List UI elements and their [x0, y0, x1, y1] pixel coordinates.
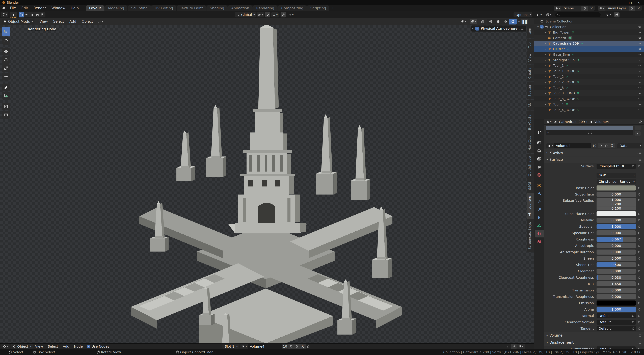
outliner-item-name[interactable]: Tour_1_ROOF [553, 69, 575, 73]
eye-closed-icon[interactable] [638, 86, 642, 90]
outliner-item-name[interactable]: Camera [553, 36, 566, 40]
shader-menu-add[interactable]: Add [60, 344, 72, 348]
material-name-field[interactable]: Volume4 [248, 344, 282, 349]
property-link-field[interactable]: Default [596, 346, 636, 349]
disclosure-icon[interactable]: ▸ [543, 86, 548, 89]
disclosure-icon[interactable]: ▸ [543, 75, 548, 78]
animate-decorator[interactable] [636, 321, 642, 323]
color-swatch[interactable] [596, 211, 636, 216]
material-name-field[interactable]: Volume4 [554, 144, 591, 148]
property-slider[interactable]: 0.000 [596, 192, 636, 197]
shader-menu-node[interactable]: Node [72, 344, 85, 348]
disclosure-icon[interactable]: ▸ [543, 36, 548, 40]
properties-tab-physics[interactable] [535, 206, 544, 213]
vector-field-stack[interactable]: 1.0000.2000.100 [596, 198, 636, 210]
sidebar-tab-quickshape[interactable]: QuickShape [526, 154, 534, 179]
outliner-row-tour-3[interactable]: ▸▼Tour_3▽ [534, 85, 644, 90]
properties-tab-particles[interactable] [535, 198, 544, 205]
primitive-tool-button[interactable] [2, 111, 10, 119]
eye-closed-icon[interactable] [638, 42, 642, 45]
property-slider[interactable]: 0.000 [596, 250, 636, 254]
material-users-button[interactable]: 10 [591, 144, 598, 148]
animate-decorator[interactable] [636, 302, 642, 304]
workspace-tab-shading[interactable]: Shading [206, 5, 228, 12]
disclosure-icon[interactable]: ▸ [543, 58, 548, 62]
outliner-item-name[interactable]: Tour_1 [553, 64, 564, 68]
properties-tab-output[interactable] [535, 147, 544, 154]
menu-help[interactable]: Help [68, 6, 81, 10]
property-link-field[interactable]: Default [596, 313, 636, 318]
blender-menu-icon[interactable] [0, 6, 8, 10]
outliner-row-tour-4-roof[interactable]: ▸▼Tour_4_ROOF▽ [534, 107, 644, 112]
properties-tab-world[interactable] [535, 171, 544, 179]
snap-settings-dropdown[interactable]: ▾ [271, 12, 278, 18]
transform-tool-button[interactable] [2, 73, 10, 80]
eye-open-icon[interactable] [638, 25, 642, 29]
material-slot-list[interactable]: ▸ − ▾ [546, 126, 633, 142]
property-slider[interactable]: 1.000 [596, 307, 636, 312]
maximize-button[interactable]: ▢ [629, 1, 632, 4]
property-slider[interactable]: 0.000 [596, 230, 636, 236]
use-nodes-toggle[interactable]: ✓ Use Nodes [87, 344, 109, 348]
animate-decorator[interactable] [636, 238, 642, 240]
eye-open-icon[interactable] [638, 47, 642, 51]
scale-tool-button[interactable] [2, 64, 10, 72]
animate-decorator[interactable] [636, 283, 642, 285]
property-slider[interactable]: 0.000 [596, 256, 636, 261]
slot-specials-dropdown[interactable]: ▾ [634, 131, 641, 136]
use-nodes-checkbox[interactable]: ✓ [87, 345, 90, 348]
outliner-row-gate-sym[interactable]: ▸▼Gate_Sym▽ [534, 52, 644, 57]
workspace-tab-texture-paint[interactable]: Texture Paint [177, 5, 206, 12]
outliner-row-tour-4[interactable]: ▸▼Tour_4▽ [534, 102, 644, 107]
sidebar-tab-atmosphere[interactable]: Atmosphere [526, 193, 534, 219]
snap-toggle-button[interactable] [265, 12, 270, 18]
eye-closed-icon[interactable] [638, 69, 642, 73]
unlink-material-button[interactable]: X [609, 144, 615, 148]
vector-component-field[interactable]: 0.200 [596, 202, 636, 206]
outliner-row-collection[interactable]: ▾✓Collection [534, 24, 644, 30]
select-mode-subtract-button[interactable] [29, 12, 35, 18]
properties-tab-material[interactable] [535, 230, 544, 238]
new-collection-button[interactable] [614, 12, 620, 18]
properties-tab-view-layer[interactable] [535, 155, 544, 163]
select-mode-new-button[interactable] [18, 12, 24, 18]
disclosure-icon[interactable]: ▸ [543, 31, 548, 34]
disclosure-icon[interactable]: ▾ [536, 25, 540, 28]
animate-decorator[interactable] [636, 308, 642, 310]
view-layer-name[interactable]: View Layer [606, 6, 628, 10]
animate-decorator[interactable] [636, 315, 642, 317]
material-users-button[interactable]: 10 [282, 344, 288, 349]
panel-grip[interactable] [637, 341, 642, 344]
eye-closed-icon[interactable] [638, 64, 642, 68]
shading-material-button[interactable] [502, 19, 509, 24]
volume-panel-header[interactable]: ▸ Volume [544, 332, 644, 338]
disclosure-icon[interactable]: ▸ [543, 42, 548, 45]
viewport-menu-select[interactable]: Select [50, 20, 67, 24]
outliner-item-name[interactable]: Scene Collection [546, 19, 574, 23]
animate-decorator[interactable] [636, 245, 642, 247]
workspace-tab-animation[interactable]: Animation [228, 5, 252, 12]
color-swatch[interactable] [596, 186, 636, 190]
animate-decorator[interactable] [636, 289, 642, 292]
eye-closed-icon[interactable] [638, 92, 642, 95]
sidebar-tab-hardops[interactable]: HardOps [526, 133, 534, 153]
slot-row-selected[interactable] [546, 126, 633, 130]
sidebar-tab-scatter[interactable]: Scatter [526, 82, 534, 99]
outliner-item-name[interactable]: Cathedrale.209 [553, 42, 579, 46]
outliner-item-name[interactable]: Tour_2 [553, 74, 564, 79]
properties-tab-object-data[interactable] [535, 222, 544, 230]
sidebar-tab-an[interactable]: AN [526, 100, 534, 110]
select-mode-invert-button[interactable] [35, 12, 40, 18]
sidebar-tab-item[interactable]: Item [526, 25, 534, 38]
disclosure-icon[interactable]: ▸ [543, 64, 548, 67]
animate-decorator[interactable] [636, 226, 642, 228]
copy-material-button[interactable] [604, 144, 609, 148]
atmosphere-checkbox[interactable]: ✓ [475, 27, 479, 30]
parent-node-button[interactable] [504, 344, 510, 349]
overlays-dropdown[interactable]: ▾ [470, 19, 477, 24]
view-layer-selector[interactable]: ▾ View Layer × [598, 6, 642, 11]
disclosure-icon[interactable]: ▸ [543, 81, 548, 84]
animate-decorator[interactable] [636, 270, 642, 272]
copy-material-button[interactable] [294, 344, 300, 349]
remove-slot-button[interactable]: − [634, 126, 641, 130]
